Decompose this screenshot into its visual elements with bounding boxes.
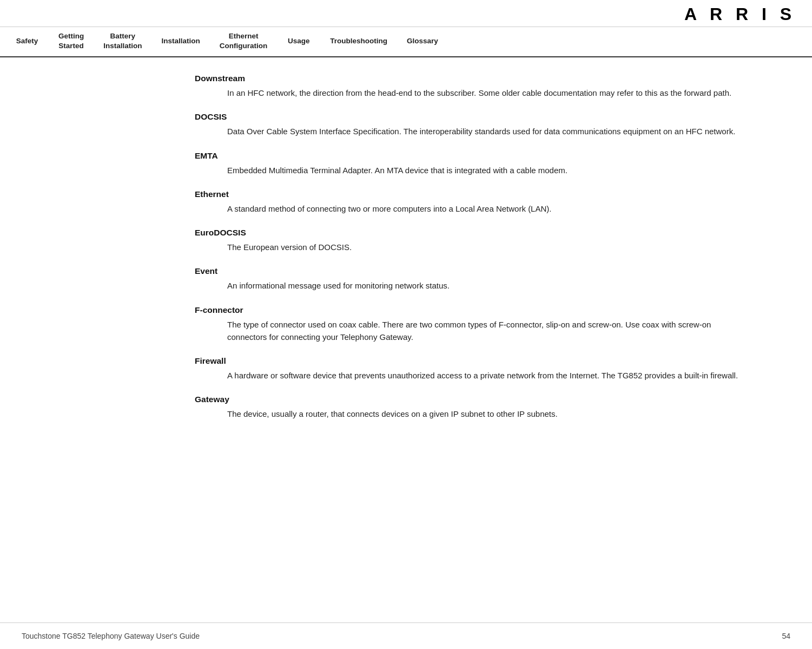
nav-item-troubleshooting[interactable]: Troubleshooting xyxy=(320,27,397,56)
term-ethernet: Ethernet xyxy=(195,189,747,199)
term-emta: EMTA xyxy=(195,151,747,161)
glossary-entry-eurodocsis: EuroDOCSIS The European version of DOCSI… xyxy=(195,228,747,253)
term-gateway: Gateway xyxy=(195,395,747,404)
nav-item-getting-started[interactable]: Getting Started xyxy=(49,27,94,56)
header: A R R I S xyxy=(0,0,812,27)
glossary-entry-event: Event An informational message used for … xyxy=(195,266,747,292)
content-area: Downstream In an HFC network, the direct… xyxy=(173,57,768,626)
glossary-entry-emta: EMTA Embedded Multimedia Terminal Adapte… xyxy=(195,151,747,176)
term-docsis: DOCSIS xyxy=(195,112,747,122)
definition-gateway: The device, usually a router, that conne… xyxy=(227,408,747,420)
navigation-bar: Safety Getting Started Battery Installat… xyxy=(0,27,812,57)
glossary-entry-downstream: Downstream In an HFC network, the direct… xyxy=(195,74,747,99)
term-f-connector: F-connector xyxy=(195,305,747,315)
nav-item-battery-installation[interactable]: Battery Installation xyxy=(94,27,151,56)
nav-item-glossary[interactable]: Glossary xyxy=(397,27,448,56)
glossary-entry-docsis: DOCSIS Data Over Cable System Interface … xyxy=(195,112,747,137)
definition-f-connector: The type of connector used on coax cable… xyxy=(227,318,747,344)
arris-logo: A R R I S xyxy=(684,4,796,24)
glossary-entry-gateway: Gateway The device, usually a router, th… xyxy=(195,395,747,420)
term-event: Event xyxy=(195,266,747,276)
definition-firewall: A hardware or software device that preve… xyxy=(227,369,747,382)
term-downstream: Downstream xyxy=(195,74,747,83)
definition-downstream: In an HFC network, the direction from th… xyxy=(227,87,747,99)
definition-event: An informational message used for monito… xyxy=(227,279,747,292)
definition-ethernet: A standard method of connecting two or m… xyxy=(227,202,747,215)
footer-page-number: 54 xyxy=(782,632,790,640)
nav-item-ethernet-configuration[interactable]: Ethernet Configuration xyxy=(210,27,277,56)
footer-title: Touchstone TG852 Telephony Gateway User'… xyxy=(22,632,200,640)
definition-eurodocsis: The European version of DOCSIS. xyxy=(227,241,747,253)
glossary-entry-ethernet: Ethernet A standard method of connecting… xyxy=(195,189,747,215)
term-firewall: Firewall xyxy=(195,356,747,366)
nav-item-safety[interactable]: Safety xyxy=(5,27,49,56)
nav-item-usage[interactable]: Usage xyxy=(277,27,320,56)
glossary-entry-firewall: Firewall A hardware or software device t… xyxy=(195,356,747,382)
glossary-entry-f-connector: F-connector The type of connector used o… xyxy=(195,305,747,344)
footer: Touchstone TG852 Telephony Gateway User'… xyxy=(0,622,812,649)
sidebar xyxy=(0,57,173,626)
definition-docsis: Data Over Cable System Interface Specifi… xyxy=(227,125,747,137)
nav-item-installation[interactable]: Installation xyxy=(152,27,210,56)
term-eurodocsis: EuroDOCSIS xyxy=(195,228,747,238)
definition-emta: Embedded Multimedia Terminal Adapter. An… xyxy=(227,164,747,176)
main-content: Downstream In an HFC network, the direct… xyxy=(0,57,812,626)
